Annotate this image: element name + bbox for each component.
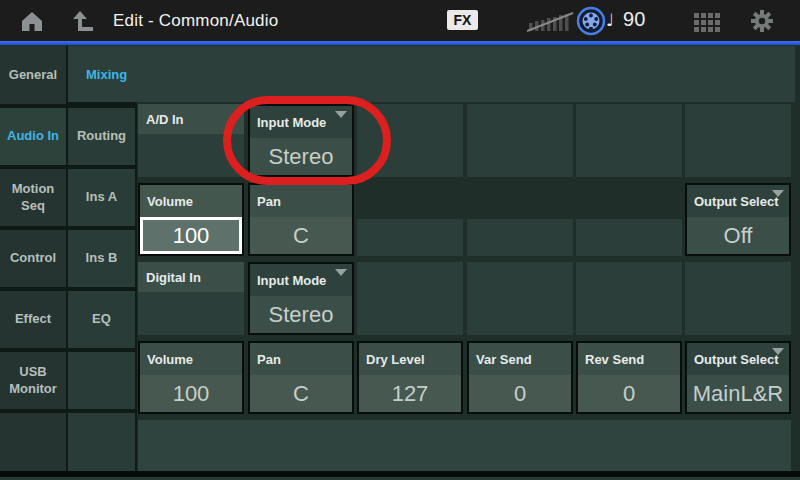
sidebar-item-empty — [68, 352, 135, 409]
adin-pan-field[interactable]: Pan C — [248, 183, 354, 256]
digital-volume-field[interactable]: Volume 100 — [138, 341, 244, 414]
quarter-note-icon: ♩ — [606, 10, 614, 30]
bottom-panel-strip — [138, 420, 791, 472]
digital-pan-field[interactable]: Pan C — [248, 341, 354, 414]
sidebar-item-general[interactable]: General — [0, 46, 66, 104]
tempo-value: 90 — [623, 8, 645, 31]
quick-setup-grid-icon[interactable] — [694, 13, 720, 32]
red-highlight-annotation — [223, 96, 391, 185]
sidebar-item-effect[interactable]: Effect — [0, 291, 66, 348]
sidebar: General Audio In Motion Seq Control Effe… — [0, 46, 137, 471]
grid-cell-empty — [467, 262, 573, 335]
sidebar-item-control[interactable]: Control — [0, 230, 66, 287]
fx-effects-button[interactable]: FX — [447, 10, 478, 30]
midi-connector-icon[interactable] — [576, 6, 606, 36]
digital-input-mode-value: Stereo — [250, 296, 352, 333]
adin-volume-field[interactable]: Volume 100 — [138, 183, 244, 256]
modx-audio-edit-screen: Edit - Common/Audio FX ♩ 90 — [0, 0, 800, 480]
dropdown-arrow-icon — [335, 269, 347, 276]
grid-cell-empty — [357, 262, 463, 335]
grid-cell-empty — [467, 104, 573, 177]
tempo-display[interactable]: ♩ 90 — [606, 8, 645, 31]
up-back-arrow-icon[interactable] — [70, 10, 96, 32]
tab-mixing[interactable]: Mixing — [68, 46, 795, 102]
sidebar-item-empty — [68, 413, 135, 471]
sidebar-item-usb-monitor[interactable]: USB Monitor — [0, 352, 66, 409]
utility-gear-icon[interactable] — [750, 9, 774, 33]
page-title: Edit - Common/Audio — [113, 11, 278, 31]
grid-cell-empty — [685, 262, 791, 335]
grid-cell-empty — [576, 219, 682, 256]
home-icon[interactable] — [20, 10, 44, 32]
sidebar-item-motion-seq[interactable]: Motion Seq — [0, 169, 66, 226]
grid-cell-empty — [685, 104, 791, 177]
top-bar: Edit - Common/Audio FX ♩ 90 — [0, 0, 800, 41]
dropdown-arrow-icon — [772, 190, 784, 197]
digital-var-send-value: 0 — [469, 375, 571, 412]
digital-volume-value: 100 — [140, 375, 242, 412]
sidebar-item-ins-b[interactable]: Ins B — [68, 230, 135, 287]
grid-cell-empty — [467, 219, 573, 256]
adin-volume-value: 100 — [140, 217, 242, 254]
accent-divider-line — [0, 41, 800, 45]
adin-pan-value: C — [250, 217, 352, 254]
section-label-digital-in: Digital In — [138, 262, 244, 292]
digital-pan-value: C — [250, 375, 352, 412]
sidebar-item-routing[interactable]: Routing — [68, 108, 135, 165]
digital-rev-send-value: 0 — [578, 375, 680, 412]
arpeggiator-off-icon[interactable] — [527, 12, 575, 32]
adin-output-select-dropdown[interactable]: Output Select Off — [685, 183, 791, 256]
digital-input-mode-dropdown[interactable]: Input Mode Stereo — [248, 262, 354, 335]
sidebar-item-audio-in[interactable]: Audio In — [0, 108, 66, 165]
digital-rev-send-field[interactable]: Rev Send 0 — [576, 341, 682, 414]
digital-output-select-dropdown[interactable]: Output Select MainL&R — [685, 341, 791, 414]
digital-dry-level-field[interactable]: Dry Level 127 — [357, 341, 463, 414]
adin-output-select-value: Off — [687, 217, 789, 254]
digital-dry-level-value: 127 — [359, 375, 461, 412]
sidebar-item-ins-a[interactable]: Ins A — [68, 169, 135, 226]
grid-cell-empty — [357, 219, 463, 256]
sidebar-item-empty — [0, 413, 66, 471]
digital-var-send-field[interactable]: Var Send 0 — [467, 341, 573, 414]
grid-cell-empty — [576, 262, 682, 335]
digital-output-select-value: MainL&R — [687, 375, 789, 412]
grid-cell-empty — [576, 104, 682, 177]
sidebar-item-eq[interactable]: EQ — [68, 291, 135, 348]
dropdown-arrow-icon — [772, 348, 784, 355]
